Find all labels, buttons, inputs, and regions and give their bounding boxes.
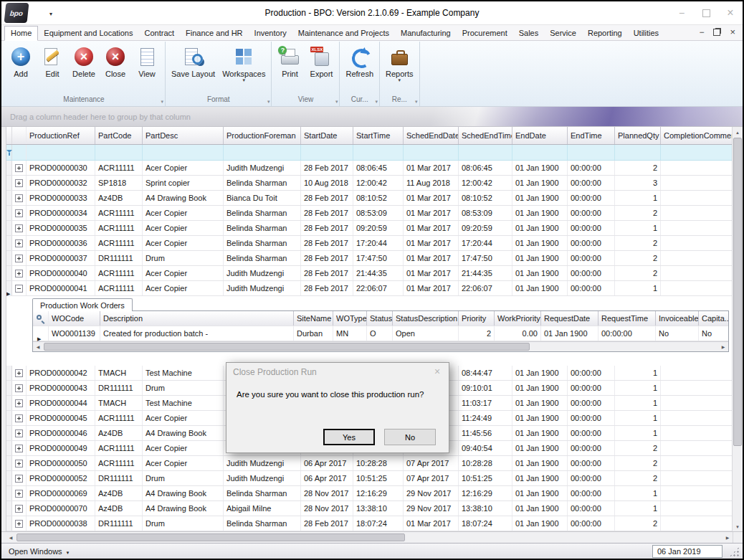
tab-procurement[interactable]: Procurement xyxy=(457,27,513,40)
grid-row[interactable]: PROD00000036ACR11111Acer CopierBelinda S… xyxy=(6,236,732,251)
expand-row-button[interactable] xyxy=(15,369,23,377)
grid-row[interactable]: PROD00000069Az4DBA4 Drawing BookBelinda … xyxy=(6,486,732,501)
column-header-partdesc[interactable]: PartDesc xyxy=(143,127,224,144)
tab-reporting[interactable]: Reporting xyxy=(582,27,628,40)
filter-cell-partcode[interactable] xyxy=(95,145,143,160)
filter-cell-productionforeman[interactable] xyxy=(224,145,301,160)
tab-production-work-orders[interactable]: Production Work Orders xyxy=(32,298,133,311)
open-windows-button[interactable]: Open Windows xyxy=(6,547,73,556)
tab-inventory[interactable]: Inventory xyxy=(249,27,292,40)
expand-row-button[interactable] xyxy=(15,430,23,437)
group-dropdown-icon[interactable] xyxy=(376,97,378,105)
scroll-down-icon[interactable] xyxy=(733,521,743,531)
collapse-row-button[interactable] xyxy=(15,285,23,293)
group-dropdown-icon[interactable] xyxy=(161,97,163,105)
mdi-minimize-icon[interactable] xyxy=(699,27,704,37)
vertical-scrollbar-thumb[interactable] xyxy=(733,138,742,446)
detail-column-header-wotype[interactable]: WOType xyxy=(333,311,367,326)
filter-cell-startdate[interactable] xyxy=(301,145,353,160)
tab-utilities[interactable]: Utilities xyxy=(628,27,664,40)
expand-row-button[interactable] xyxy=(15,460,23,468)
detail-scrollbar-thumb[interactable] xyxy=(44,343,530,351)
detail-column-header-priority[interactable]: Priority xyxy=(459,311,495,326)
grid-row[interactable]: PROD00000034ACR11111Acer CopierBelinda S… xyxy=(6,206,732,221)
tab-service[interactable]: Service xyxy=(544,27,582,40)
expand-row-button[interactable] xyxy=(15,194,23,202)
tab-finance-and-hr[interactable]: Finance and HR xyxy=(180,27,249,40)
expand-row-button[interactable] xyxy=(15,179,23,187)
mdi-close-icon[interactable] xyxy=(730,27,735,37)
group-dropdown-icon[interactable] xyxy=(335,97,338,105)
add-button[interactable]: Add xyxy=(5,43,37,79)
tab-maintenance-and-projects[interactable]: Maintenance and Projects xyxy=(292,27,395,40)
grid-row[interactable]: PROD00000035ACR11111Acer CopierBelinda S… xyxy=(6,221,732,236)
detail-column-header-requesttime[interactable]: RequestTime xyxy=(598,311,656,326)
group-dropdown-icon[interactable] xyxy=(415,97,418,105)
grid-row[interactable]: PROD00000041ACR11111Acer CopierJudith Mu… xyxy=(6,281,732,296)
view-button[interactable]: View xyxy=(131,43,163,79)
expand-row-button[interactable] xyxy=(15,384,23,392)
expand-row-button[interactable] xyxy=(15,224,23,232)
scroll-up-icon[interactable] xyxy=(733,127,743,137)
grid-row[interactable]: PROD00000030ACR11111Acer CopierJudith Mu… xyxy=(6,161,732,176)
expand-row-button[interactable] xyxy=(15,270,23,277)
filter-cell-partdesc[interactable] xyxy=(143,145,224,160)
column-header-productionforeman[interactable]: ProductionForeman xyxy=(224,127,301,144)
expand-row-button[interactable] xyxy=(15,399,23,407)
column-header-schedendtime[interactable]: SchedEndTime xyxy=(459,127,512,144)
scroll-right-icon[interactable] xyxy=(722,532,733,543)
tab-manufacturing[interactable]: Manufacturing xyxy=(395,27,457,40)
reports-button[interactable]: Reports xyxy=(382,43,417,83)
save-layout-button[interactable]: Save Layout xyxy=(168,43,219,79)
filter-cell-plannedqty[interactable] xyxy=(615,145,661,160)
expand-row-button[interactable] xyxy=(15,475,23,483)
group-dropdown-icon[interactable] xyxy=(267,97,270,105)
detail-column-header-sitename[interactable]: SiteName xyxy=(294,311,333,326)
filter-cell-completioncomments[interactable] xyxy=(661,145,732,160)
yes-button[interactable]: Yes xyxy=(323,429,375,445)
detail-column-header-description[interactable]: Description xyxy=(100,311,294,326)
scroll-right-icon[interactable] xyxy=(718,342,728,351)
detail-column-header-capita[interactable]: Capita... xyxy=(699,311,728,326)
expand-row-button[interactable] xyxy=(15,164,23,172)
mdi-restore-icon[interactable] xyxy=(713,29,720,36)
print-button[interactable]: Print xyxy=(274,43,305,79)
edit-button[interactable]: Edit xyxy=(37,43,68,79)
workspaces-button[interactable]: Workspaces xyxy=(219,43,269,83)
expand-row-button[interactable] xyxy=(15,209,23,217)
detail-column-header-requestdate[interactable]: RequestDate xyxy=(541,311,598,326)
filter-cell-productionref[interactable] xyxy=(27,145,95,160)
detail-column-header-workpriority[interactable]: WorkPriority xyxy=(495,311,541,326)
resize-grip[interactable] xyxy=(729,546,740,557)
detail-horizontal-scrollbar[interactable] xyxy=(33,341,728,351)
delete-button[interactable]: Delete xyxy=(68,43,100,79)
column-header-starttime[interactable]: StartTime xyxy=(353,127,404,144)
minimize-icon[interactable] xyxy=(669,3,694,23)
column-header-schedenddate[interactable]: SchedEndDate xyxy=(404,127,459,144)
column-header-completioncomments[interactable]: CompletionComments xyxy=(661,127,732,144)
filter-cell-schedendtime[interactable] xyxy=(459,145,512,160)
grid-row[interactable]: PROD00000037DR111111DrumBelinda Sharman2… xyxy=(6,251,732,266)
search-icon[interactable] xyxy=(37,315,42,320)
dialog-close-icon[interactable] xyxy=(426,363,449,381)
column-header-endtime[interactable]: EndTime xyxy=(568,127,615,144)
grid-row[interactable]: PROD00000052DR111111DrumJudith Mudzengi0… xyxy=(6,471,732,486)
detail-column-header-wocode[interactable]: WOCode xyxy=(49,311,100,326)
expand-row-button[interactable] xyxy=(15,490,23,498)
expand-row-button[interactable] xyxy=(15,445,23,452)
tab-contract[interactable]: Contract xyxy=(139,27,181,40)
app-logo[interactable]: bpo xyxy=(4,3,29,23)
tab-equipment-and-locations[interactable]: Equipment and Locations xyxy=(38,27,138,40)
grid-row[interactable]: PROD00000050ACR11111Acer CopierJudith Mu… xyxy=(6,456,732,471)
column-header-partcode[interactable]: PartCode xyxy=(95,127,143,144)
filter-cell-endtime[interactable] xyxy=(568,145,615,160)
maximize-icon[interactable] xyxy=(694,3,718,23)
quick-access-dropdown-icon[interactable] xyxy=(47,9,55,17)
export-button[interactable]: XLSXExport xyxy=(305,43,337,79)
column-header-plannedqty[interactable]: PlannedQty xyxy=(615,127,661,144)
tab-home[interactable]: Home xyxy=(4,26,38,41)
grid-row[interactable]: PROD00000070Az4DBA4 Drawing BookAbigail … xyxy=(6,501,732,516)
vertical-scrollbar[interactable] xyxy=(732,127,743,531)
no-button[interactable]: No xyxy=(384,429,436,445)
detail-column-header-statusdescription[interactable]: StatusDescription xyxy=(393,311,459,326)
